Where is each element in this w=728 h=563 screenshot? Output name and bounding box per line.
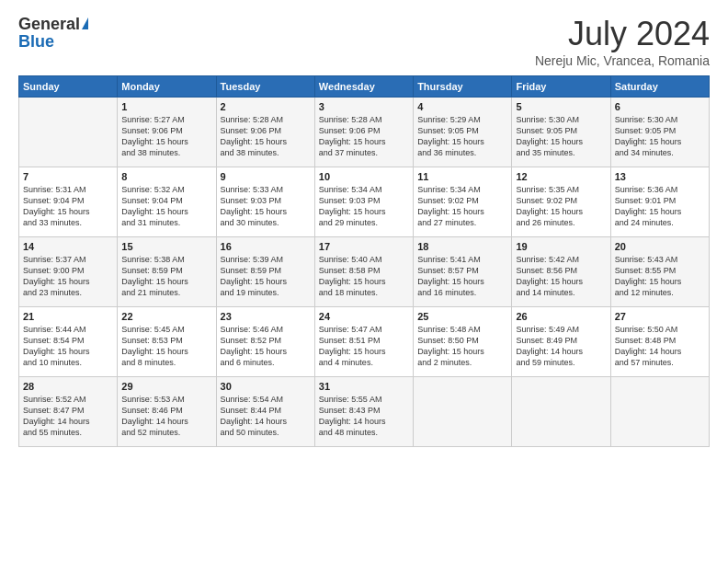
daylight-minutes-text: and 34 minutes. (615, 147, 705, 158)
day-cell: 25Sunrise: 5:48 AMSunset: 8:50 PMDayligh… (414, 307, 512, 377)
sunset-text: Sunset: 8:47 PM (23, 405, 113, 416)
sunset-text: Sunset: 8:51 PM (319, 335, 409, 346)
day-number: 6 (615, 101, 705, 112)
day-cell: 21Sunrise: 5:44 AMSunset: 8:54 PMDayligh… (19, 307, 118, 377)
day-cell: 11Sunrise: 5:34 AMSunset: 9:02 PMDayligh… (414, 167, 512, 237)
sunset-text: Sunset: 9:04 PM (23, 195, 113, 206)
sunrise-text: Sunrise: 5:33 AM (221, 184, 311, 195)
sunset-text: Sunset: 8:46 PM (121, 405, 211, 416)
day-number: 4 (417, 101, 507, 112)
sunrise-text: Sunrise: 5:37 AM (23, 254, 113, 265)
day-cell: 5Sunrise: 5:30 AMSunset: 9:05 PMDaylight… (512, 98, 610, 167)
week-row-3: 14Sunrise: 5:37 AMSunset: 9:00 PMDayligh… (19, 237, 710, 307)
daylight-minutes-text: and 27 minutes. (417, 217, 507, 228)
daylight-minutes-text: and 8 minutes. (121, 357, 211, 368)
sunrise-text: Sunrise: 5:50 AM (615, 324, 705, 335)
day-info: Sunrise: 5:46 AMSunset: 8:52 PMDaylight:… (221, 324, 311, 369)
daylight-hours-text: Daylight: 15 hours (615, 136, 705, 147)
day-number: 1 (121, 101, 211, 112)
sunset-text: Sunset: 8:55 PM (615, 265, 705, 276)
daylight-minutes-text: and 30 minutes. (221, 217, 311, 228)
sunset-text: Sunset: 8:53 PM (121, 335, 211, 346)
day-info: Sunrise: 5:29 AMSunset: 9:05 PMDaylight:… (417, 114, 507, 159)
day-cell: 17Sunrise: 5:40 AMSunset: 8:58 PMDayligh… (314, 237, 413, 307)
daylight-hours-text: Daylight: 14 hours (23, 416, 113, 427)
sunrise-text: Sunrise: 5:30 AM (516, 114, 606, 125)
sunrise-text: Sunrise: 5:53 AM (121, 394, 211, 405)
daylight-hours-text: Daylight: 15 hours (121, 346, 211, 357)
day-cell: 15Sunrise: 5:38 AMSunset: 8:59 PMDayligh… (118, 237, 216, 307)
daylight-hours-text: Daylight: 15 hours (121, 136, 211, 147)
day-cell: 28Sunrise: 5:52 AMSunset: 8:47 PMDayligh… (19, 377, 118, 447)
day-number: 30 (221, 381, 311, 392)
day-info: Sunrise: 5:41 AMSunset: 8:57 PMDaylight:… (417, 254, 507, 299)
day-info: Sunrise: 5:47 AMSunset: 8:51 PMDaylight:… (319, 324, 409, 369)
sunrise-text: Sunrise: 5:28 AM (319, 114, 409, 125)
title-block: July 2024 Nereju Mic, Vrancea, Romania (535, 15, 710, 68)
day-number: 10 (319, 171, 409, 182)
daylight-hours-text: Daylight: 15 hours (516, 136, 606, 147)
day-cell: 20Sunrise: 5:43 AMSunset: 8:55 PMDayligh… (610, 237, 709, 307)
day-cell: 12Sunrise: 5:35 AMSunset: 9:02 PMDayligh… (512, 167, 610, 237)
week-row-1: 1Sunrise: 5:27 AMSunset: 9:06 PMDaylight… (19, 98, 710, 167)
daylight-hours-text: Daylight: 15 hours (23, 346, 113, 357)
col-thursday: Thursday (414, 76, 512, 98)
sunrise-text: Sunrise: 5:43 AM (615, 254, 705, 265)
col-wednesday: Wednesday (314, 76, 413, 98)
daylight-minutes-text: and 21 minutes. (121, 287, 211, 298)
day-cell: 10Sunrise: 5:34 AMSunset: 9:03 PMDayligh… (314, 167, 413, 237)
sunset-text: Sunset: 8:50 PM (417, 335, 507, 346)
daylight-minutes-text: and 59 minutes. (516, 357, 606, 368)
sunset-text: Sunset: 8:44 PM (221, 405, 311, 416)
day-number: 15 (121, 241, 211, 252)
logo: General Blue (18, 15, 88, 52)
sunset-text: Sunset: 9:01 PM (615, 195, 705, 206)
daylight-minutes-text: and 6 minutes. (221, 357, 311, 368)
day-number: 19 (516, 241, 606, 252)
day-info: Sunrise: 5:45 AMSunset: 8:53 PMDaylight:… (121, 324, 211, 369)
sunset-text: Sunset: 9:05 PM (417, 125, 507, 136)
header: General Blue July 2024 Nereju Mic, Vranc… (18, 15, 710, 68)
day-number: 11 (417, 171, 507, 182)
day-cell: 2Sunrise: 5:28 AMSunset: 9:06 PMDaylight… (216, 98, 314, 167)
sunrise-text: Sunrise: 5:29 AM (417, 114, 507, 125)
sunrise-text: Sunrise: 5:55 AM (319, 394, 409, 405)
daylight-hours-text: Daylight: 15 hours (516, 206, 606, 217)
daylight-minutes-text: and 50 minutes. (221, 427, 311, 438)
daylight-minutes-text: and 55 minutes. (23, 427, 113, 438)
calendar-table: Sunday Monday Tuesday Wednesday Thursday… (18, 75, 710, 447)
sunset-text: Sunset: 8:57 PM (417, 265, 507, 276)
daylight-minutes-text: and 37 minutes. (319, 147, 409, 158)
day-cell: 24Sunrise: 5:47 AMSunset: 8:51 PMDayligh… (314, 307, 413, 377)
sunset-text: Sunset: 9:05 PM (516, 125, 606, 136)
sunrise-text: Sunrise: 5:45 AM (121, 324, 211, 335)
daylight-hours-text: Daylight: 14 hours (121, 416, 211, 427)
day-info: Sunrise: 5:27 AMSunset: 9:06 PMDaylight:… (121, 114, 211, 159)
day-number: 22 (121, 311, 211, 322)
sunrise-text: Sunrise: 5:32 AM (121, 184, 211, 195)
daylight-hours-text: Daylight: 15 hours (221, 206, 311, 217)
daylight-hours-text: Daylight: 15 hours (417, 136, 507, 147)
daylight-hours-text: Daylight: 15 hours (615, 276, 705, 287)
daylight-minutes-text: and 33 minutes. (23, 217, 113, 228)
day-info: Sunrise: 5:39 AMSunset: 8:59 PMDaylight:… (221, 254, 311, 299)
day-cell: 3Sunrise: 5:28 AMSunset: 9:06 PMDaylight… (314, 98, 413, 167)
day-number: 14 (23, 241, 113, 252)
sunrise-text: Sunrise: 5:31 AM (23, 184, 113, 195)
day-number: 13 (615, 171, 705, 182)
sunset-text: Sunset: 9:06 PM (221, 125, 311, 136)
day-info: Sunrise: 5:43 AMSunset: 8:55 PMDaylight:… (615, 254, 705, 299)
sunset-text: Sunset: 8:52 PM (221, 335, 311, 346)
logo-blue-text: Blue (18, 32, 54, 52)
sunset-text: Sunset: 8:49 PM (516, 335, 606, 346)
day-number: 9 (221, 171, 311, 182)
day-cell (512, 377, 610, 447)
day-cell: 19Sunrise: 5:42 AMSunset: 8:56 PMDayligh… (512, 237, 610, 307)
daylight-minutes-text: and 48 minutes. (319, 427, 409, 438)
daylight-hours-text: Daylight: 15 hours (417, 276, 507, 287)
sunset-text: Sunset: 8:48 PM (615, 335, 705, 346)
daylight-minutes-text: and 12 minutes. (615, 287, 705, 298)
day-info: Sunrise: 5:30 AMSunset: 9:05 PMDaylight:… (615, 114, 705, 159)
day-number: 29 (121, 381, 211, 392)
day-cell (610, 377, 709, 447)
